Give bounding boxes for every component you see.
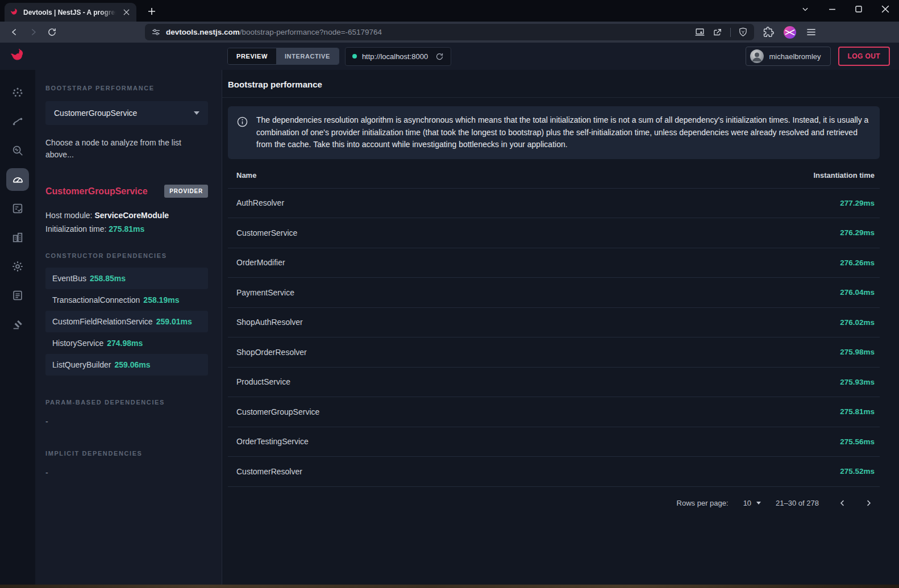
rows-per-page-select[interactable]: 10: [743, 499, 761, 507]
table-row[interactable]: ShopOrderResolver 275.98ms: [228, 337, 880, 368]
address-bar-divider: [730, 28, 731, 37]
table-body: AuthResolver 277.29ms CustomerService 27…: [228, 189, 880, 487]
row-name: AuthResolver: [236, 198, 284, 207]
logout-button[interactable]: LOG OUT: [838, 47, 890, 66]
column-instantiation-time: Instantiation time: [813, 171, 875, 180]
bootstrap-performance-icon[interactable]: [6, 168, 29, 191]
dependency-time: 258.85ms: [90, 274, 126, 283]
dependency-item[interactable]: HistoryService 274.98ms: [45, 332, 208, 354]
row-name: OrderTestingService: [236, 437, 309, 446]
next-page-button[interactable]: [862, 497, 875, 510]
row-name: CustomerService: [236, 228, 297, 237]
minimize-button[interactable]: [826, 3, 838, 15]
close-window-button[interactable]: [880, 3, 891, 15]
table-row[interactable]: CustomerResolver 275.52ms: [228, 457, 880, 487]
maximize-button[interactable]: [853, 3, 864, 15]
row-time: 275.93ms: [840, 378, 875, 386]
dependency-item[interactable]: ListQueryBuilder 259.06ms: [45, 354, 208, 376]
row-time: 275.52ms: [840, 467, 875, 476]
browser-profile-avatar[interactable]: [784, 26, 796, 39]
tab-search-chevron-icon[interactable]: [800, 3, 811, 15]
row-name: ShopAuthResolver: [236, 318, 303, 327]
table-row[interactable]: OrderModifier 276.26ms: [228, 248, 880, 278]
address-bar-actions: [694, 27, 748, 37]
preview-tab[interactable]: PREVIEW: [228, 48, 276, 64]
nav-rail: [0, 43, 35, 588]
table-row[interactable]: PaymentService 276.04ms: [228, 278, 880, 308]
window-controls: [800, 3, 891, 15]
previous-page-button[interactable]: [836, 497, 848, 510]
desktop-wallpaper-edge: [0, 585, 899, 588]
chevron-down-icon: [194, 111, 199, 115]
main-content: Bootstrap performance The dependencies r…: [222, 70, 899, 588]
table-row[interactable]: AuthResolver 277.29ms: [228, 189, 880, 219]
dependency-name: CustomFieldRelationService: [52, 317, 153, 326]
node-panel: BOOTSTRAP PERFORMANCE CustomerGroupServi…: [35, 70, 222, 588]
table-row[interactable]: ProductService 275.93ms: [228, 368, 880, 398]
url-path: /bootstrap-performance?node=-65179764: [240, 28, 382, 36]
row-time: 276.26ms: [840, 258, 875, 267]
new-tab-button[interactable]: [145, 5, 158, 18]
dependency-item[interactable]: EventBus 258.85ms: [45, 268, 208, 289]
dependency-name: ListQueryBuilder: [52, 360, 111, 369]
pagination-range: 21–30 of 278: [776, 499, 819, 507]
app-url-field[interactable]: http://localhost:8000: [345, 47, 451, 66]
dependency-item[interactable]: TransactionalConnection 258.19ms: [45, 289, 208, 311]
implicit-deps-value: -: [45, 468, 208, 477]
implicit-deps-title: IMPLICIT DEPENDENCIES: [45, 450, 208, 457]
username: michaelbromley: [769, 52, 821, 61]
user-avatar: [750, 49, 764, 63]
row-time: 275.81ms: [840, 407, 875, 416]
rows-per-page-value: 10: [743, 499, 751, 507]
app-header-right: michaelbromley LOG OUT: [746, 47, 890, 66]
init-time-row: Initialization time: 275.81ms: [45, 222, 208, 236]
chevron-down-icon: [756, 502, 761, 504]
provider-badge: PROVIDER: [164, 185, 208, 198]
reload-button[interactable]: [44, 25, 59, 40]
constructor-deps-title: CONSTRUCTOR DEPENDENCIES: [45, 252, 208, 259]
node-select-value: CustomerGroupService: [54, 109, 137, 118]
checklist-icon[interactable]: [6, 197, 29, 220]
routes-icon[interactable]: [6, 110, 29, 133]
row-time: 276.04ms: [840, 288, 875, 297]
insights-search-icon[interactable]: [6, 139, 29, 162]
site-settings-icon[interactable]: [151, 27, 161, 37]
user-menu[interactable]: michaelbromley: [746, 47, 830, 66]
menu-icon[interactable]: [806, 27, 817, 37]
address-bar[interactable]: devtools.nestjs.com/bootstrap-performanc…: [145, 24, 754, 40]
constructor-deps-list: EventBus 258.85ms TransactionalConnectio…: [45, 268, 208, 376]
app-header: PREVIEW INTERACTIVE http://localhost:800…: [35, 43, 899, 70]
extensions-icon[interactable]: [763, 27, 774, 37]
browser-tab[interactable]: Devtools | NestJS - A progressive: [5, 3, 136, 22]
forward-button[interactable]: [26, 25, 40, 40]
brave-shields-icon[interactable]: [738, 27, 748, 37]
info-icon: [236, 116, 248, 151]
browser-titlebar: Devtools | NestJS - A progressive: [0, 0, 899, 22]
tab-close-icon[interactable]: [121, 7, 131, 18]
dependency-item[interactable]: CustomFieldRelationService 259.01ms: [45, 311, 208, 332]
row-time: 277.29ms: [840, 199, 875, 207]
nest-logo[interactable]: [0, 43, 35, 70]
share-icon[interactable]: [713, 27, 723, 37]
modules-icon[interactable]: [6, 226, 29, 249]
interactive-tab[interactable]: INTERACTIVE: [276, 48, 339, 64]
node-hint-text: Choose a node to analyze from the list a…: [45, 137, 189, 161]
audit-gavel-icon[interactable]: [6, 313, 29, 336]
screen: { "browser": { "tab_title": "Devtools | …: [0, 0, 899, 588]
nest-favicon-icon: [10, 8, 19, 17]
graph-icon[interactable]: [6, 81, 29, 104]
row-time: 275.98ms: [840, 348, 875, 356]
row-name: OrderModifier: [236, 258, 285, 267]
table-row[interactable]: CustomerGroupService 275.81ms: [228, 397, 880, 427]
back-button[interactable]: [7, 25, 22, 40]
param-deps-title: PARAM-BASED DEPENDENCIES: [45, 399, 208, 406]
app-url-refresh-icon[interactable]: [435, 52, 444, 61]
table-row[interactable]: ShopAuthResolver 276.02ms: [228, 308, 880, 338]
docs-icon[interactable]: [6, 284, 29, 307]
node-name: CustomerGroupService: [45, 186, 148, 197]
table-row[interactable]: OrderTestingService 275.56ms: [228, 427, 880, 457]
send-to-device-icon[interactable]: [694, 27, 705, 37]
table-row[interactable]: CustomerService 276.29ms: [228, 218, 880, 248]
settings-gear-icon[interactable]: [6, 255, 29, 278]
node-select[interactable]: CustomerGroupService: [45, 101, 208, 125]
